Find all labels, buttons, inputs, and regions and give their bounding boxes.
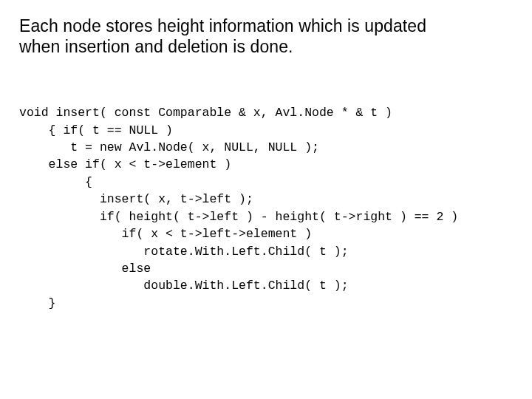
code-line-08: if( x < t->left->element ) (19, 227, 312, 241)
code-line-03: t = new Avl.Node( x, NULL, NULL ); (19, 140, 319, 154)
slide-page: Each node stores height information whic… (0, 0, 532, 399)
code-line-05: { (19, 175, 92, 189)
code-line-01: void insert( const Comparable & x, Avl.N… (19, 106, 392, 120)
code-line-10: else (19, 262, 151, 276)
code-line-11: double.With.Left.Child( t ); (19, 279, 349, 293)
code-line-12: } (19, 296, 56, 310)
code-line-06: insert( x, t->left ); (19, 192, 253, 206)
code-line-04: else if( x < t->element ) (19, 157, 231, 171)
code-line-09: rotate.With.Left.Child( t ); (19, 245, 349, 259)
code-line-02: { if( t == NULL ) (19, 123, 173, 137)
code-line-07: if( height( t->left ) - height( t->right… (19, 210, 458, 224)
description-line-2: when insertion and deletion is done. (19, 37, 293, 56)
description-text: Each node stores height information whic… (19, 16, 513, 57)
description-line-1: Each node stores height information whic… (19, 16, 426, 35)
code-block: void insert( const Comparable & x, Avl.N… (19, 104, 513, 312)
